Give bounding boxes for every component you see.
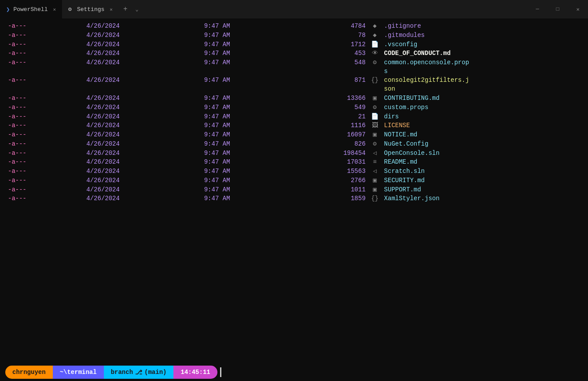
- tab-powershell-close[interactable]: ✕: [53, 7, 56, 12]
- file-date: 4/26/2024: [84, 148, 201, 158]
- file-name: Scratch.sln: [382, 166, 583, 176]
- table-row-continued: s: [5, 67, 583, 76]
- file-mode: -a---: [5, 58, 84, 67]
- file-size: 1116: [290, 121, 368, 130]
- file-time: 9:47 AM: [202, 176, 290, 185]
- file-name: CODE_OF_CONDUCT.md: [382, 49, 583, 58]
- file-mode: -a---: [5, 49, 84, 58]
- file-name: .gitignore: [382, 21, 583, 30]
- powershell-icon: ❯: [6, 6, 10, 13]
- file-size: 15563: [290, 166, 368, 176]
- file-mode: -a---: [5, 40, 84, 49]
- file-mode: -a---: [5, 166, 84, 176]
- maximize-button[interactable]: □: [548, 0, 568, 18]
- file-size: 453: [290, 49, 368, 58]
- tab-settings-close[interactable]: ✕: [110, 7, 113, 12]
- file-date: 4/26/2024: [84, 158, 201, 166]
- statusbar: chrnguyen ~\terminal branch⎇(main) 14:45…: [0, 363, 588, 381]
- directory-label: ~\terminal: [60, 369, 97, 376]
- file-time: 9:47 AM: [202, 40, 290, 49]
- file-date: 4/26/2024: [84, 176, 201, 185]
- file-date: 4/26/2024: [84, 185, 201, 194]
- file-icon: ◁: [368, 166, 382, 176]
- branch-label: branch: [111, 369, 133, 376]
- tab-settings-label: Settings: [77, 6, 104, 13]
- file-mode: -a---: [5, 185, 84, 194]
- new-tab-button[interactable]: +: [119, 5, 132, 13]
- status-user: chrnguyen: [5, 366, 53, 379]
- file-time: 9:47 AM: [202, 166, 290, 176]
- file-icon: ⚙: [368, 58, 382, 67]
- file-date: 4/26/2024: [84, 194, 201, 203]
- file-time: 9:47 AM: [202, 21, 290, 30]
- close-button[interactable]: ✕: [568, 0, 588, 18]
- file-icon: 📄: [368, 40, 382, 49]
- file-name: custom.props: [382, 103, 583, 112]
- branch-name: main: [148, 369, 163, 376]
- file-listing-table: -a--- 4/26/2024 9:47 AM 4784 ◆ .gitignor…: [5, 21, 583, 203]
- file-name: NuGet.Config: [382, 139, 583, 148]
- file-mode: -a---: [5, 103, 84, 112]
- table-row: -a--- 4/26/2024 9:47 AM 549 ⚙ custom.pro…: [5, 103, 583, 112]
- file-date: 4/26/2024: [84, 30, 201, 40]
- file-mode: -a---: [5, 30, 84, 40]
- file-mode: -a---: [5, 158, 84, 166]
- window-controls: ─ □ ✕: [527, 0, 588, 18]
- file-name: SECURITY.md: [382, 176, 583, 185]
- file-name: .gitmodules: [382, 30, 583, 40]
- file-name: CONTRIBUTING.md: [382, 93, 583, 103]
- file-icon: ▣: [368, 185, 382, 194]
- file-icon: ⚙: [368, 139, 382, 148]
- terminal-cursor: [220, 367, 221, 377]
- file-size: 871: [290, 76, 368, 84]
- tab-settings[interactable]: ⚙ Settings ✕: [62, 0, 119, 18]
- table-row: -a--- 4/26/2024 9:47 AM 15563 ◁ Scratch.…: [5, 166, 583, 176]
- minimize-icon: ─: [536, 6, 539, 12]
- file-size: 1859: [290, 194, 368, 203]
- minimize-button[interactable]: ─: [527, 0, 548, 18]
- file-time: 9:47 AM: [202, 185, 290, 194]
- file-time: 9:47 AM: [202, 139, 290, 148]
- file-name: LICENSE: [382, 121, 583, 130]
- table-row: -a--- 4/26/2024 9:47 AM 16097 ▣ NOTICE.m…: [5, 130, 583, 139]
- status-time: 14:45:11: [173, 366, 217, 379]
- add-tab-icon: +: [123, 5, 128, 13]
- file-date: 4/26/2024: [84, 21, 201, 30]
- file-mode: -a---: [5, 194, 84, 203]
- file-size: 1712: [290, 40, 368, 49]
- file-time: 9:47 AM: [202, 76, 290, 84]
- file-date: 4/26/2024: [84, 103, 201, 112]
- table-row: -a--- 4/26/2024 9:47 AM 453 👁 CODE_OF_CO…: [5, 49, 583, 58]
- table-row: -a--- 4/26/2024 9:47 AM 1859 {} XamlStyl…: [5, 194, 583, 203]
- file-icon: 👁: [368, 49, 382, 58]
- tab-dropdown-button[interactable]: ⌄: [132, 6, 142, 13]
- file-time: 9:47 AM: [202, 30, 290, 40]
- file-size: 2766: [290, 176, 368, 185]
- table-row: -a--- 4/26/2024 9:47 AM 871 {} consolegi…: [5, 76, 583, 84]
- file-date: 4/26/2024: [84, 166, 201, 176]
- tab-powershell[interactable]: ❯ PowerShell ✕: [0, 0, 62, 18]
- status-directory: ~\terminal: [53, 366, 104, 379]
- file-name: XamlStyler.json: [382, 194, 583, 203]
- file-name: .vsconfig: [382, 40, 583, 49]
- table-row: -a--- 4/26/2024 9:47 AM 17031 ≡ README.m…: [5, 158, 583, 166]
- file-name: README.md: [382, 158, 583, 166]
- file-date: 4/26/2024: [84, 93, 201, 103]
- branch-parens: (: [144, 369, 148, 376]
- table-row: -a--- 4/26/2024 9:47 AM 78 ◆ .gitmodules: [5, 30, 583, 40]
- file-icon: ◆: [368, 30, 382, 40]
- file-mode: -a---: [5, 21, 84, 30]
- file-size: 21: [290, 112, 368, 121]
- file-mode: -a---: [5, 176, 84, 185]
- table-row: -a--- 4/26/2024 9:47 AM 548 ⚙ common.ope…: [5, 58, 583, 67]
- time-label: 14:45:11: [180, 369, 210, 376]
- status-branch: branch⎇(main): [104, 366, 174, 379]
- table-row: -a--- 4/26/2024 9:47 AM 21 📄 dirs: [5, 112, 583, 121]
- table-row: -a--- 4/26/2024 9:47 AM 1712 📄 .vsconfig: [5, 40, 583, 49]
- file-size: 549: [290, 103, 368, 112]
- file-name: dirs: [382, 112, 583, 121]
- table-row-continued: son: [5, 84, 583, 93]
- file-icon: 📄: [368, 112, 382, 121]
- file-size: 17031: [290, 158, 368, 166]
- file-icon: ▣: [368, 130, 382, 139]
